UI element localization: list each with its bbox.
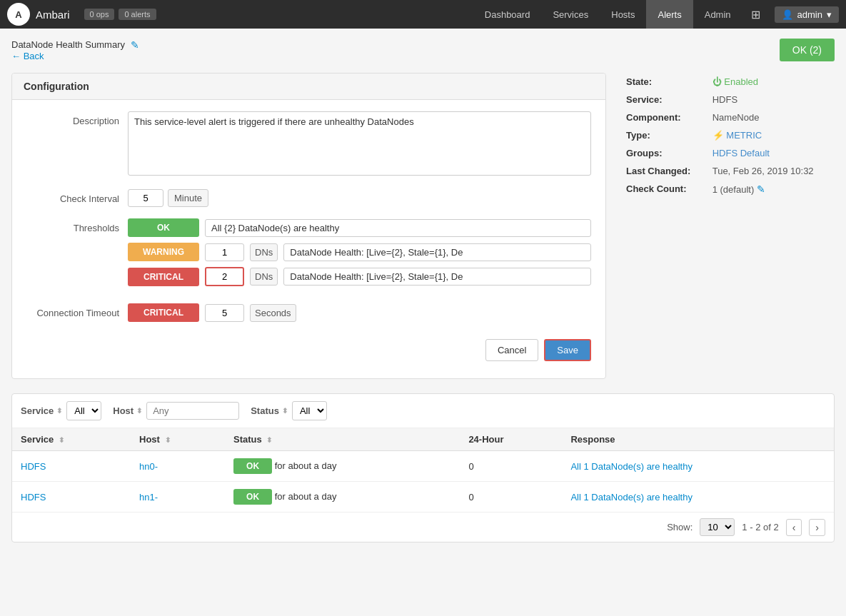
pagination-info: 1 - 2 of 2 xyxy=(742,522,778,532)
sort-icon: ⬍ xyxy=(56,407,62,415)
ok-button[interactable]: OK (2) xyxy=(780,39,835,61)
nav-hosts[interactable]: Hosts xyxy=(600,0,646,29)
check-count-value: 1 (default) ✎ xyxy=(707,180,835,198)
check-count-text: 1 (default) xyxy=(712,184,755,195)
ops-badge[interactable]: 0 ops xyxy=(84,9,115,20)
thresholds-row: Thresholds OK All {2} DataNode(s) are he… xyxy=(26,218,591,292)
warning-threshold-input[interactable] xyxy=(205,243,244,261)
user-icon: 👤 xyxy=(782,9,793,20)
navbar: A Ambari 0 ops 0 alerts Dashboard Servic… xyxy=(0,0,846,29)
ok-threshold-btn: OK xyxy=(128,218,199,237)
status-filter-label: Status ⬍ xyxy=(251,405,288,416)
ok-threshold-text[interactable]: All {2} DataNode(s) are healthy xyxy=(205,219,591,237)
critical-threshold-btn: CRITICAL xyxy=(128,268,199,286)
save-button[interactable]: Save xyxy=(544,339,591,361)
component-key: Component: xyxy=(620,108,707,126)
bottom-section: Service ⬍ All Host ⬍ Status ⬍ All xyxy=(11,393,835,542)
nav-badges: 0 ops 0 alerts xyxy=(84,9,156,20)
status-cell: OK for about a day xyxy=(225,451,460,482)
nav-alerts[interactable]: Alerts xyxy=(646,0,693,29)
user-dropdown-icon: ▾ xyxy=(827,9,832,20)
threshold-warning-row: WARNING DNs DataNode Health: [Live={2}, … xyxy=(128,243,591,261)
host-cell[interactable]: hn1- xyxy=(131,482,225,513)
service-filter-group: Service ⬍ All xyxy=(21,401,101,420)
groups-value[interactable]: HDFS Default xyxy=(707,144,835,162)
connection-timeout-row: Connection Timeout CRITICAL Seconds xyxy=(26,303,591,328)
critical-threshold-input[interactable] xyxy=(205,267,244,286)
critical-threshold-text[interactable]: DataNode Health: [Live={2}, Stale={1}, D… xyxy=(283,268,591,286)
last-changed-value: Tue, Feb 26, 2019 10:32 xyxy=(707,162,835,180)
main-layout: Configuration Description This service-l… xyxy=(11,73,835,379)
page-header: DataNode Health Summary ✎ Back OK (2) xyxy=(11,39,835,61)
count-cell: 0 xyxy=(460,482,562,513)
page-content: DataNode Health Summary ✎ Back OK (2) Co… xyxy=(0,29,846,552)
nav-admin[interactable]: Admin xyxy=(693,0,742,29)
check-count-row: Check Count: 1 (default) ✎ xyxy=(620,180,835,198)
brand-name: Ambari xyxy=(36,9,70,21)
check-interval-label: Check Interval xyxy=(26,189,119,204)
table-filters: Service ⬍ All Host ⬍ Status ⬍ All xyxy=(12,394,834,428)
last-changed-key: Last Changed: xyxy=(620,162,707,180)
side-info: State: ⏻ Enabled Service: HDFS Component… xyxy=(620,73,835,379)
critical-unit: DNs xyxy=(250,268,278,286)
user-menu[interactable]: 👤 admin ▾ xyxy=(775,6,839,23)
power-icon: ⏻ xyxy=(712,76,725,87)
conn-timeout-input[interactable] xyxy=(205,304,244,322)
check-interval-input[interactable] xyxy=(128,189,163,207)
thresholds-content: OK All {2} DataNode(s) are healthy WARNI… xyxy=(128,218,591,292)
grid-icon[interactable]: ⊞ xyxy=(742,0,769,29)
table-body: HDFS hn0- OK for about a day 0 All 1 Dat… xyxy=(12,451,834,513)
data-table: Service ⬍ Host ⬍ Status ⬍ 24-Hour Respon… xyxy=(12,428,834,512)
host-cell[interactable]: hn0- xyxy=(131,451,225,482)
page-title-group: DataNode Health Summary ✎ Back xyxy=(11,39,139,61)
back-link[interactable]: Back xyxy=(11,51,44,61)
description-input[interactable]: This service-level alert is triggered if… xyxy=(128,111,591,176)
col-host: Host ⬍ xyxy=(131,428,225,451)
next-page-button[interactable]: › xyxy=(809,519,825,536)
type-value: ⚡ METRIC xyxy=(707,126,835,144)
service-filter-select[interactable]: All xyxy=(66,401,101,420)
config-title: Configuration xyxy=(12,74,605,100)
status-filter-select[interactable]: All xyxy=(292,401,327,420)
warning-unit: DNs xyxy=(250,243,278,261)
check-count-key: Check Count: xyxy=(620,180,707,198)
col-response: Response xyxy=(562,428,834,451)
warning-threshold-text[interactable]: DataNode Health: [Live={2}, Stale={1}, D… xyxy=(283,243,591,261)
metric-icon: ⚡ xyxy=(712,130,727,141)
response-cell[interactable]: All 1 DataNode(s) are healthy xyxy=(562,451,834,482)
nav-links: Dashboard Services Hosts Alerts Admin ⊞ … xyxy=(473,0,839,29)
state-text: Enabled xyxy=(724,76,758,87)
show-select[interactable]: 10 25 50 xyxy=(700,518,735,536)
host-filter-input[interactable] xyxy=(146,402,239,420)
status-cell: OK for about a day xyxy=(225,482,460,513)
service-cell[interactable]: HDFS xyxy=(12,482,131,513)
description-content: This service-level alert is triggered if… xyxy=(128,111,591,178)
host-filter-label: Host ⬍ xyxy=(113,405,142,416)
nav-services[interactable]: Services xyxy=(541,0,600,29)
alerts-badge[interactable]: 0 alerts xyxy=(119,9,156,20)
check-count-edit-icon[interactable]: ✎ xyxy=(757,183,765,195)
type-text: METRIC xyxy=(726,130,762,141)
nav-dashboard[interactable]: Dashboard xyxy=(473,0,542,29)
connection-timeout-content: CRITICAL Seconds xyxy=(128,303,591,328)
service-cell[interactable]: HDFS xyxy=(12,451,131,482)
service-value: HDFS xyxy=(707,91,835,108)
conn-timeout-wrap: CRITICAL Seconds xyxy=(128,303,591,322)
title-edit-icon[interactable]: ✎ xyxy=(131,39,139,51)
prev-page-button[interactable]: ‹ xyxy=(786,519,802,536)
groups-row: Groups: HDFS Default xyxy=(620,144,835,162)
threshold-critical-row: CRITICAL DNs DataNode Health: [Live={2},… xyxy=(128,267,591,286)
host-sort-icon: ⬍ xyxy=(136,407,142,415)
conn-timeout-unit: Seconds xyxy=(250,304,296,322)
check-interval-unit: Minute xyxy=(168,189,208,207)
form-buttons: Cancel Save xyxy=(26,339,591,367)
description-label: Description xyxy=(26,111,119,126)
conn-critical-btn: CRITICAL xyxy=(128,303,199,322)
status-filter-group: Status ⬍ All xyxy=(251,401,327,420)
threshold-ok-row: OK All {2} DataNode(s) are healthy xyxy=(128,218,591,237)
last-changed-row: Last Changed: Tue, Feb 26, 2019 10:32 xyxy=(620,162,835,180)
check-interval-row: Check Interval Minute xyxy=(26,189,591,207)
component-row: Component: NameNode xyxy=(620,108,835,126)
cancel-button[interactable]: Cancel xyxy=(485,339,538,361)
response-cell[interactable]: All 1 DataNode(s) are healthy xyxy=(562,482,834,513)
